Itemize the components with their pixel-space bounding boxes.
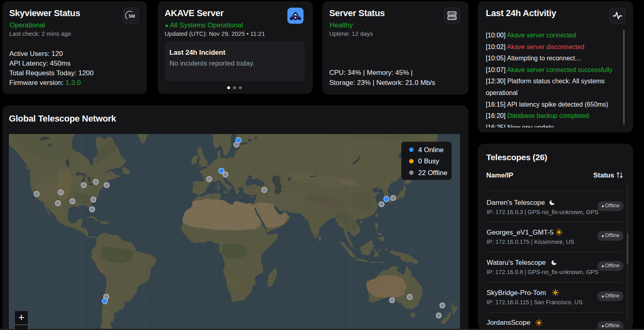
svg-text:SM: SM [129, 14, 135, 19]
